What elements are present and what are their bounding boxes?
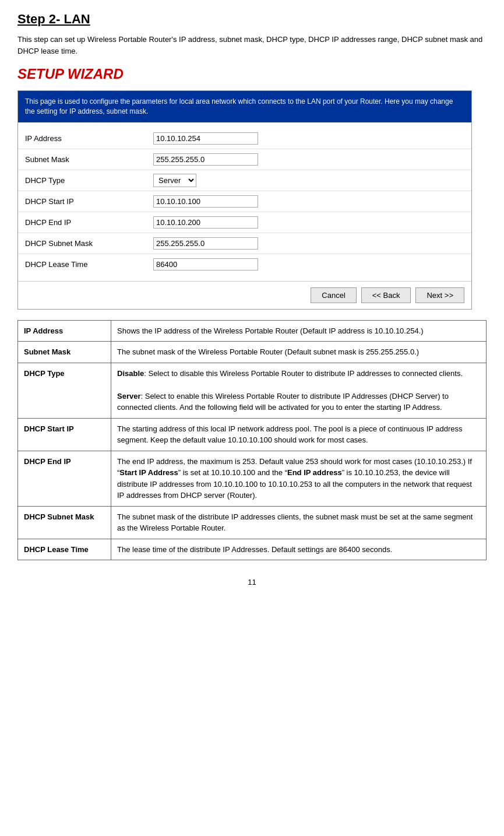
label-dhcp-end-ip: DHCP End IP xyxy=(25,218,153,227)
desc-row-dhcp-end-ip: DHCP End IP The end IP address, the maxi… xyxy=(18,451,487,506)
dhcp-type-select[interactable]: Disable Server xyxy=(153,174,196,187)
form-row-dhcp-lease-time: DHCP Lease Time xyxy=(18,254,471,275)
next-button[interactable]: Next >> xyxy=(415,287,464,303)
wizard-form-area: IP Address Subnet Mask DHCP Type Disable… xyxy=(18,122,471,281)
dhcp-type-server-desc: : Select to enable this Wireless Portabl… xyxy=(117,392,449,412)
ip-address-field[interactable] xyxy=(153,132,258,145)
term-dhcp-start-ip: DHCP Start IP xyxy=(18,418,111,451)
desc-ip-address: Shows the IP address of the Wireless Por… xyxy=(111,320,487,342)
term-dhcp-lease-time: DHCP Lease Time xyxy=(18,539,111,560)
desc-row-ip-address: IP Address Shows the IP address of the W… xyxy=(18,320,487,342)
cancel-button[interactable]: Cancel xyxy=(311,287,356,303)
form-row-dhcp-end-ip: DHCP End IP xyxy=(18,212,471,233)
desc-subnet-mask: The subnet mask of the Wireless Portable… xyxy=(111,342,487,363)
label-dhcp-start-ip: DHCP Start IP xyxy=(25,197,153,206)
form-row-ip-address: IP Address xyxy=(18,128,471,149)
form-row-dhcp-start-ip: DHCP Start IP xyxy=(18,191,471,212)
end-ip-address-bold: End IP address xyxy=(287,468,342,477)
form-row-dhcp-subnet-mask: DHCP Subnet Mask xyxy=(18,233,471,254)
desc-row-dhcp-start-ip: DHCP Start IP The starting address of th… xyxy=(18,418,487,451)
term-dhcp-type: DHCP Type xyxy=(18,363,111,418)
desc-row-dhcp-subnet-mask: DHCP Subnet Mask The subnet mask of the … xyxy=(18,506,487,539)
desc-dhcp-subnet-mask: The subnet mask of the distribute IP add… xyxy=(111,506,487,539)
description-table: IP Address Shows the IP address of the W… xyxy=(17,320,487,561)
form-row-subnet-mask: Subnet Mask xyxy=(18,149,471,170)
form-row-dhcp-type: DHCP Type Disable Server xyxy=(18,170,471,191)
page-number: 11 xyxy=(17,578,487,586)
term-subnet-mask: Subnet Mask xyxy=(18,342,111,363)
label-dhcp-lease-time: DHCP Lease Time xyxy=(25,260,153,269)
input-dhcp-subnet-mask[interactable] xyxy=(153,237,258,250)
subnet-mask-field[interactable] xyxy=(153,153,258,166)
start-ip-address-bold: Start IP Address xyxy=(119,468,178,477)
input-subnet-mask[interactable] xyxy=(153,153,258,166)
term-ip-address: IP Address xyxy=(18,320,111,342)
label-ip-address: IP Address xyxy=(25,134,153,143)
dhcp-end-ip-field[interactable] xyxy=(153,216,258,229)
input-dhcp-end-ip[interactable] xyxy=(153,216,258,229)
dhcp-lease-time-field[interactable] xyxy=(153,258,258,271)
label-dhcp-subnet-mask: DHCP Subnet Mask xyxy=(25,239,153,248)
dhcp-type-disable-label: Disable xyxy=(117,369,144,378)
desc-row-subnet-mask: Subnet Mask The subnet mask of the Wirel… xyxy=(18,342,487,363)
wizard-box: This page is used to configure the param… xyxy=(17,90,472,310)
wizard-info-bar: This page is used to configure the param… xyxy=(18,91,471,122)
button-row: Cancel << Back Next >> xyxy=(18,281,471,309)
term-dhcp-end-ip: DHCP End IP xyxy=(18,451,111,506)
setup-wizard-title: SETUP WIZARD xyxy=(17,66,487,82)
desc-dhcp-end-ip: The end IP address, the maximum is 253. … xyxy=(111,451,487,506)
back-button[interactable]: << Back xyxy=(361,287,411,303)
label-dhcp-type: DHCP Type xyxy=(25,176,153,185)
desc-row-dhcp-lease-time: DHCP Lease Time The lease time of the di… xyxy=(18,539,487,560)
intro-text: This step can set up Wireless Portable R… xyxy=(17,34,487,57)
label-subnet-mask: Subnet Mask xyxy=(25,155,153,164)
desc-dhcp-type: Disable: Select to disable this Wireless… xyxy=(111,363,487,418)
dhcp-type-server-label: Server xyxy=(117,392,140,401)
desc-dhcp-lease-time: The lease time of the distribute IP Addr… xyxy=(111,539,487,560)
desc-row-dhcp-type: DHCP Type Disable: Select to disable thi… xyxy=(18,363,487,418)
input-dhcp-start-ip[interactable] xyxy=(153,195,258,208)
desc-dhcp-start-ip: The starting address of this local IP ne… xyxy=(111,418,487,451)
dhcp-type-disable-desc: : Select to disable this Wireless Portab… xyxy=(144,369,463,378)
input-dhcp-lease-time[interactable] xyxy=(153,258,258,271)
term-dhcp-subnet-mask: DHCP Subnet Mask xyxy=(18,506,111,539)
input-dhcp-type[interactable]: Disable Server xyxy=(153,174,196,187)
input-ip-address[interactable] xyxy=(153,132,258,145)
page-title: Step 2- LAN xyxy=(17,12,487,27)
dhcp-subnet-mask-field[interactable] xyxy=(153,237,258,250)
dhcp-start-ip-field[interactable] xyxy=(153,195,258,208)
